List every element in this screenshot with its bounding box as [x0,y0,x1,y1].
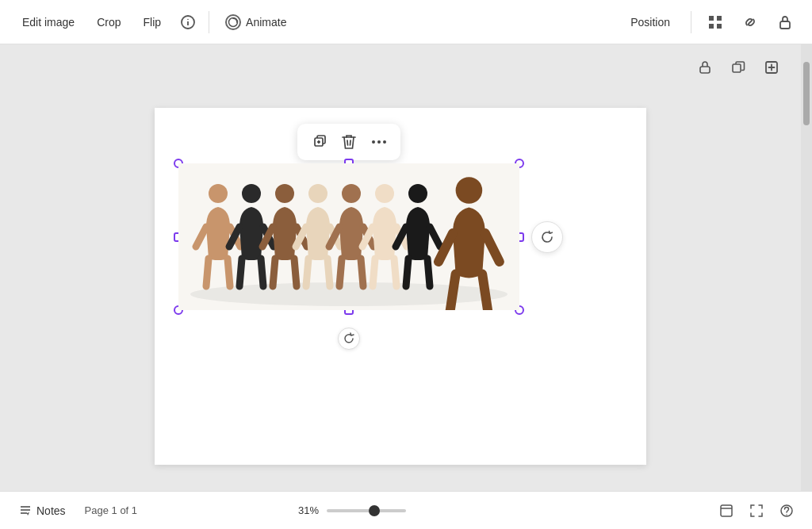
info-icon [180,14,196,30]
svg-rect-5 [717,16,722,21]
flip-label: Flip [144,16,162,29]
paper-people-svg [178,163,519,310]
svg-line-18 [350,140,351,145]
svg-point-28 [375,184,394,203]
fullscreen-icon [749,504,764,518]
bottom-right [714,498,799,523]
bottom-bar: Notes Page 1 of 1 31% [0,491,812,529]
position-label: Position [630,16,670,29]
rotate-icon [343,332,355,345]
refresh-icon [540,230,554,244]
toolbar-divider-2 [691,11,691,33]
top-toolbar: Edit image Crop Flip Animate Position [0,0,812,44]
grid-icon [707,14,723,30]
notes-label: Notes [36,504,66,517]
help-button[interactable] [774,498,799,523]
notes-button[interactable]: Notes [13,501,72,520]
svg-point-2 [187,18,189,20]
position-button[interactable]: Position [619,11,681,33]
zoom-slider[interactable] [327,509,406,512]
scrollbar-thumb[interactable] [803,62,810,125]
animate-icon [225,14,241,30]
grid-icon-button[interactable] [701,8,730,36]
zoom-label: 31% [291,504,319,516]
svg-point-25 [275,184,294,203]
canvas-lock-icon [698,60,712,75]
svg-point-29 [408,184,427,203]
svg-rect-9 [700,67,710,73]
canvas-add-icon [764,60,779,75]
lock-icon [777,14,793,30]
canvas-add-button[interactable] [758,54,785,81]
fullscreen-button[interactable] [744,498,769,523]
svg-rect-7 [717,24,722,29]
rotate-handle[interactable] [338,328,360,350]
help-icon [779,504,794,518]
right-scrollbar[interactable] [801,44,812,491]
svg-point-27 [342,184,361,203]
svg-rect-31 [721,505,732,516]
delete-icon [342,134,356,150]
svg-rect-4 [709,16,714,21]
svg-point-34 [786,514,787,515]
svg-rect-6 [709,24,714,29]
canvas-copy-lock-button[interactable] [725,54,752,81]
crop-label: Crop [97,16,121,29]
svg-point-23 [209,184,228,203]
canvas-top-icons [691,54,785,81]
page-view-button[interactable] [714,498,739,523]
more-options-icon [371,140,387,144]
refresh-button[interactable] [531,221,563,253]
zoom-area: 31% [291,504,406,516]
canvas-lock-button[interactable] [691,54,718,81]
lock-icon-button[interactable] [771,8,799,36]
svg-point-30 [456,177,483,204]
image-content [178,163,519,310]
svg-rect-10 [733,64,741,72]
svg-point-21 [383,140,386,144]
toolbar-divider-1 [209,11,209,33]
crop-button[interactable]: Crop [87,11,130,33]
edit-image-button[interactable]: Edit image [13,11,84,33]
animate-button[interactable]: Animate [216,10,296,35]
duplicate-icon [311,134,327,150]
page-view-icon [719,504,733,518]
page-info: Page 1 of 1 [85,504,138,516]
svg-point-26 [308,184,327,203]
delete-button[interactable] [335,128,362,155]
svg-line-17 [347,140,348,145]
canvas-area [0,44,801,491]
element-toolbar [297,124,400,160]
svg-point-24 [242,184,261,203]
link-icon [742,14,758,30]
svg-point-19 [372,140,375,144]
main-area: ‹ [0,44,812,491]
canvas-copy-lock-icon [731,60,745,75]
duplicate-button[interactable] [305,128,332,155]
edit-image-label: Edit image [22,16,75,29]
info-button[interactable] [174,8,202,36]
animate-circle-icon [228,17,239,28]
flip-button[interactable]: Flip [134,11,171,33]
notes-icon [19,504,32,517]
toolbar-right: Position [619,8,799,36]
more-options-button[interactable] [366,128,393,155]
page-canvas [155,108,646,465]
zoom-thumb[interactable] [369,505,380,516]
selected-image[interactable] [178,163,519,310]
svg-rect-8 [780,21,790,29]
svg-point-20 [377,140,381,144]
link-icon-button[interactable] [736,8,764,36]
animate-label: Animate [246,16,286,29]
